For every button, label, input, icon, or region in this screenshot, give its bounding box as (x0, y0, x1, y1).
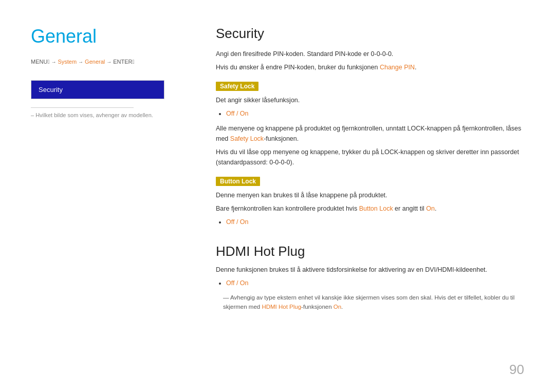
button-lock-off-on: Off / On (226, 218, 249, 226)
button-lock-end: . (435, 205, 436, 212)
security-desc2-end: . (415, 64, 416, 71)
breadcrumb-enter: ENTER (113, 59, 134, 65)
hdmi-note: — Avhengig av type ekstern enhet vil kan… (216, 293, 524, 312)
safety-lock-desc2-end: -funksjonen. (264, 135, 299, 142)
safety-lock-badge: Safety Lock (216, 82, 258, 91)
safety-lock-desc1: Det angir sikker låsefunksjon. (216, 95, 524, 105)
breadcrumb-arrow-2: → (78, 59, 83, 65)
hdmi-desc1: Denne funksjonen brukes til å aktivere t… (216, 265, 524, 275)
safety-lock-link: Safety Lock (230, 135, 264, 142)
safety-lock-bullet-list: Off / On (226, 108, 524, 119)
security-title: Security (216, 26, 524, 42)
safety-lock-desc3: Hvis du vil låse opp menyene og knappene… (216, 147, 524, 167)
button-lock-link: Button Lock (359, 205, 393, 212)
hdmi-title: HDMI Hot Plug (216, 244, 524, 259)
menu-divider (31, 107, 134, 108)
right-column: Security Angi den firesifrede PIN-koden.… (195, 26, 524, 371)
breadcrumb-general: General (85, 59, 105, 65)
menu-item-security[interactable]: Security (31, 81, 164, 99)
security-desc1: Angi den firesifrede PIN-koden. Standard… (216, 49, 524, 59)
button-lock-mid: er angitt til (393, 205, 427, 212)
button-lock-badge: Button Lock (216, 177, 260, 186)
security-section: Security Angi den firesifrede PIN-koden.… (216, 26, 524, 228)
breadcrumb-arrow-3: → (106, 59, 112, 65)
security-desc2-plain: Hvis du ønsker å endre PIN-koden, bruker… (216, 64, 380, 71)
button-lock-subsection: Button Lock Denne menyen kan brukes til … (216, 171, 524, 228)
button-lock-bullet: Off / On (226, 217, 524, 228)
hdmi-bullet-list: Off / On (226, 278, 524, 289)
safety-lock-off-on: Off / On (226, 110, 249, 117)
breadcrumb-arrow-1: → (51, 59, 56, 65)
button-lock-bullet-list: Off / On (226, 217, 524, 228)
hdmi-section: HDMI Hot Plug Denne funksjonen brukes ti… (216, 244, 524, 312)
page-container: General MENU → System → General → ENTER… (0, 0, 555, 392)
hdmi-note-end: . (341, 304, 343, 310)
safety-lock-desc2: Alle menyene og knappene på produktet og… (216, 123, 524, 144)
breadcrumb-system: System (58, 59, 77, 65)
menu-box: Security (31, 80, 164, 99)
button-lock-on-link: On (426, 205, 435, 212)
hdmi-note-on-link: On (334, 304, 341, 310)
page-title: General (31, 26, 175, 47)
security-desc2: Hvis du ønsker å endre PIN-koden, bruker… (216, 62, 524, 72)
breadcrumb: MENU → System → General → ENTER (31, 59, 175, 65)
breadcrumb-menu: MENU (31, 59, 49, 65)
button-lock-desc1: Denne menyen kan brukes til å låse knapp… (216, 190, 524, 200)
hdmi-hot-plug-link: HDMI Hot Plug (262, 304, 301, 310)
page-number: 90 (509, 362, 524, 378)
button-lock-desc2-plain: Bare fjernkontrollen kan kontrollere pro… (216, 205, 359, 212)
left-column: General MENU → System → General → ENTER… (31, 26, 195, 371)
hdmi-off-on: Off / On (226, 279, 249, 287)
hdmi-bullet: Off / On (226, 278, 524, 289)
model-note: – Hvilket bilde som vises, avhenger av m… (31, 112, 175, 118)
button-lock-desc2: Bare fjernkontrollen kan kontrollere pro… (216, 203, 524, 214)
safety-lock-subsection: Safety Lock Det angir sikker låsefunksjo… (216, 76, 524, 167)
hdmi-note-mid: -funksjonen (301, 304, 334, 310)
change-pin-link[interactable]: Change PIN (380, 64, 415, 71)
safety-lock-bullet: Off / On (226, 108, 524, 119)
